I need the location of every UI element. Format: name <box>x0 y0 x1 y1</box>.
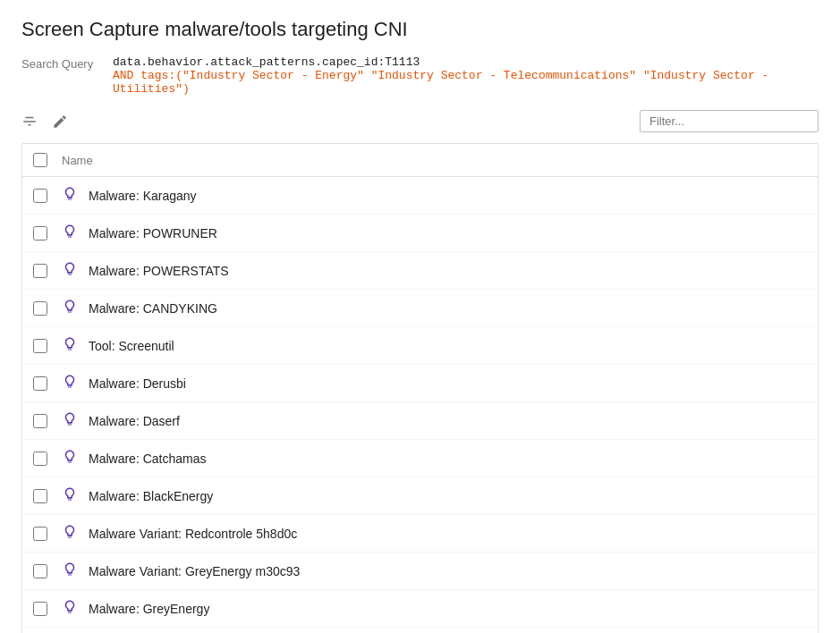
row-checkbox[interactable] <box>33 414 47 428</box>
svg-rect-4 <box>68 274 72 274</box>
svg-rect-1 <box>68 199 72 200</box>
malware-type-icon <box>62 486 78 505</box>
table-row[interactable]: Malware: GreyEnergy <box>22 590 818 628</box>
row-name-label: Malware: Karagany <box>89 189 197 203</box>
toolbar <box>21 106 819 136</box>
row-checkbox[interactable] <box>33 264 47 278</box>
svg-rect-0 <box>68 198 72 199</box>
svg-rect-19 <box>68 537 72 538</box>
svg-rect-6 <box>68 311 72 312</box>
row-name-label: Malware: Daserf <box>89 414 180 428</box>
svg-rect-17 <box>68 500 72 501</box>
filter-icon[interactable] <box>21 114 38 130</box>
row-name-label: Malware: POWERSTATS <box>89 264 229 278</box>
svg-rect-10 <box>68 386 72 387</box>
row-checkbox[interactable] <box>33 527 47 541</box>
search-query-lines: data.behavior.attack_patterns.capec_id:T… <box>113 55 819 96</box>
svg-rect-15 <box>68 462 72 463</box>
svg-rect-14 <box>68 461 72 462</box>
row-name-label: Tool: Screenutil <box>89 339 174 353</box>
table-row[interactable]: Malware Variant: Redcontrole 5h8d0c <box>22 515 818 553</box>
table-row[interactable]: Malware Variant: GreyEnergy m30c93 <box>22 553 818 590</box>
table-row[interactable]: Malware: POWRUNER <box>22 215 818 252</box>
results-table: Name Malware: Karagany Malware: POWRUNER… <box>21 143 819 633</box>
svg-rect-11 <box>68 387 72 388</box>
table-header: Name <box>22 144 818 177</box>
row-name-label: Malware: BlackEnergy <box>89 489 213 503</box>
malware-type-icon <box>62 336 78 355</box>
svg-rect-2 <box>68 236 72 237</box>
page-title: Screen Capture malware/tools targeting C… <box>21 18 819 41</box>
svg-rect-9 <box>68 350 72 350</box>
svg-rect-13 <box>68 425 72 426</box>
malware-type-icon <box>62 561 78 580</box>
table-row[interactable]: Malware Variant: Powerstats bb8u3d <box>22 628 818 633</box>
filter-input[interactable] <box>640 110 819 132</box>
row-checkbox[interactable] <box>33 189 47 203</box>
row-name-label: Malware: POWRUNER <box>89 226 217 241</box>
svg-rect-8 <box>68 349 72 350</box>
svg-rect-12 <box>68 424 72 425</box>
table-row[interactable]: Malware: CANDYKING <box>22 290 818 327</box>
table-rows-container: Malware: Karagany Malware: POWRUNER Malw… <box>22 177 818 633</box>
row-checkbox[interactable] <box>33 301 47 316</box>
select-all-checkbox[interactable] <box>33 153 47 167</box>
row-checkbox[interactable] <box>33 602 47 616</box>
row-name-label: Malware: Derusbi <box>89 376 186 391</box>
row-name-label: Malware: GreyEnergy <box>89 602 209 616</box>
row-checkbox[interactable] <box>33 564 47 578</box>
row-checkbox[interactable] <box>33 489 47 503</box>
malware-type-icon <box>62 524 78 543</box>
svg-rect-21 <box>68 575 72 576</box>
query-line2: AND tags:("Industry Sector - Energy" "In… <box>113 69 819 96</box>
row-name-label: Malware: Catchamas <box>89 452 207 466</box>
svg-rect-23 <box>68 612 72 613</box>
query-line1: data.behavior.attack_patterns.capec_id:T… <box>113 55 819 69</box>
table-row[interactable]: Malware: Catchamas <box>22 440 818 477</box>
malware-type-icon <box>62 411 78 430</box>
row-name-label: Malware Variant: Redcontrole 5h8d0c <box>89 527 297 541</box>
row-checkbox[interactable] <box>33 376 47 391</box>
row-name-label: Malware: CANDYKING <box>89 301 217 316</box>
edit-icon[interactable] <box>52 114 68 130</box>
malware-type-icon <box>62 186 78 205</box>
malware-type-icon <box>62 449 78 468</box>
malware-type-icon <box>62 599 78 618</box>
table-row[interactable]: Tool: Screenutil <box>22 327 818 365</box>
table-row[interactable]: Malware: POWERSTATS <box>22 252 818 290</box>
svg-rect-16 <box>68 499 72 500</box>
table-row[interactable]: Malware: Daserf <box>22 402 818 440</box>
row-checkbox[interactable] <box>33 452 47 466</box>
malware-type-icon <box>62 374 78 392</box>
row-checkbox[interactable] <box>33 339 47 353</box>
row-name-label: Malware Variant: GreyEnergy m30c93 <box>89 564 300 578</box>
svg-rect-7 <box>68 312 72 313</box>
svg-rect-22 <box>68 612 72 612</box>
svg-rect-3 <box>68 237 72 238</box>
table-row[interactable]: Malware: Karagany <box>22 177 818 215</box>
search-query-section: Search Query data.behavior.attack_patter… <box>21 55 819 96</box>
svg-rect-18 <box>68 536 72 537</box>
malware-type-icon <box>62 299 78 317</box>
malware-type-icon <box>62 224 78 242</box>
svg-rect-20 <box>68 574 72 575</box>
row-checkbox[interactable] <box>33 226 47 241</box>
table-row[interactable]: Malware: BlackEnergy <box>22 477 818 515</box>
svg-rect-5 <box>68 274 72 275</box>
search-label: Search Query <box>21 55 102 71</box>
malware-type-icon <box>62 261 78 280</box>
column-name-header: Name <box>62 154 93 167</box>
toolbar-left <box>21 114 68 130</box>
table-row[interactable]: Malware: Derusbi <box>22 365 818 402</box>
